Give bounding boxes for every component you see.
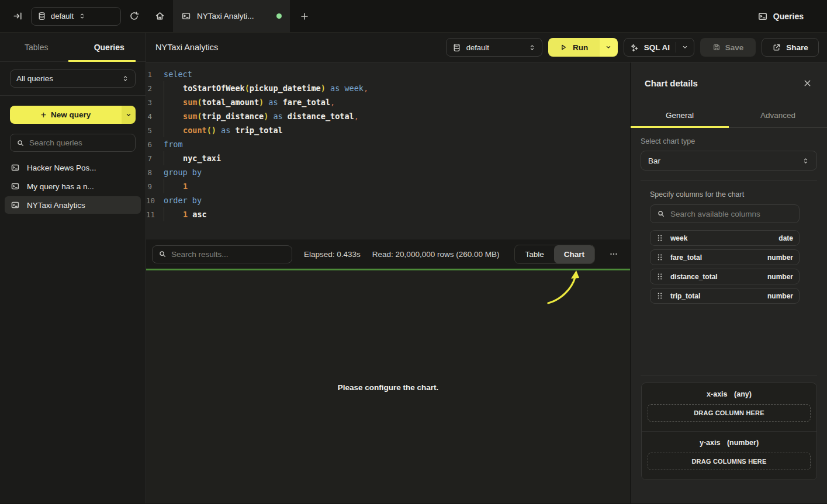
share-label: Share [786, 43, 808, 52]
collapse-sidebar-icon[interactable] [13, 11, 23, 21]
unsaved-changes-dot [276, 13, 282, 19]
column-type: number [767, 292, 793, 300]
sidebar-query-item[interactable]: My query has a n... [5, 178, 141, 195]
view-toggle-chart[interactable]: Chart [554, 245, 594, 263]
chevron-updown-icon [122, 75, 129, 82]
columns-search-input[interactable] [670, 210, 793, 218]
sql-ai-button[interactable]: SQL AI [639, 43, 676, 52]
line-number: 2 [146, 84, 159, 93]
query-search[interactable] [10, 134, 136, 152]
tab-nytaxi-analytics[interactable]: NYTaxi Analyti... [173, 0, 290, 32]
refresh-icon[interactable] [129, 11, 139, 21]
column-row[interactable]: trip_totalnumber [650, 288, 800, 304]
results-search-input[interactable] [171, 250, 286, 259]
sql-editor[interactable]: 1select2toStartOfWeek(pickup_datetime) a… [146, 62, 630, 239]
sidebar-tabs: Tables Queries [0, 33, 146, 62]
view-toggle-table[interactable]: Table [515, 245, 553, 263]
close-panel-button[interactable] [799, 75, 815, 91]
code-line[interactable]: 4sum(trip_distance) as distance_total, [146, 109, 630, 123]
column-list: weekdatefare_totalnumberdistance_totalnu… [650, 230, 800, 304]
column-type: number [767, 253, 793, 262]
code-text: group by [164, 165, 202, 179]
tab-queries[interactable]: Queries [73, 33, 146, 61]
rows-read-stat: Read: 20,000,000 rows (260.00 MB) [372, 250, 500, 259]
code-line[interactable]: 111 asc [146, 207, 630, 221]
elapsed-time: Elapsed: 0.433s [304, 250, 361, 259]
sidebar: Tables Queries All queries + New query [0, 33, 146, 503]
chevron-updown-icon [528, 44, 536, 51]
search-icon [158, 250, 167, 258]
code-line[interactable]: 91 [146, 179, 630, 193]
code-line[interactable]: 8group by [146, 165, 630, 179]
drag-handle-icon [656, 253, 663, 261]
database-selector[interactable]: default [446, 38, 542, 57]
code-line[interactable]: 7nyc_taxi [146, 151, 630, 165]
x-axis-dropzone[interactable]: DRAG COLUMN HERE [648, 404, 811, 422]
new-query-main[interactable]: + New query [10, 106, 122, 124]
column-row[interactable]: weekdate [650, 230, 800, 246]
code-line[interactable]: 5count() as trip_total [146, 123, 630, 137]
chevron-down-icon [125, 112, 132, 119]
axis-box: x-axis (any) DRAG COLUMN HERE y-axis (nu… [641, 383, 817, 480]
new-tab-button[interactable] [290, 0, 319, 32]
database-selector[interactable]: default [31, 7, 121, 26]
tab-general[interactable]: General [631, 103, 729, 127]
tab-tables[interactable]: Tables [0, 33, 73, 61]
save-button[interactable]: Save [700, 38, 756, 57]
column-row[interactable]: fare_totalnumber [650, 249, 800, 265]
x-axis-label: x-axis [707, 390, 727, 398]
columns-label: Specify columns for the chart [650, 190, 800, 199]
query-icon [11, 182, 20, 191]
run-options-dropdown[interactable] [600, 38, 618, 57]
view-toggle: Table Chart [514, 245, 595, 264]
code-line[interactable]: 3sum(total_amount) as fare_total, [146, 95, 630, 109]
sidebar-query-item[interactable]: NYTaxi Analytics [5, 196, 141, 214]
query-filter-select[interactable]: All queries [10, 69, 136, 88]
share-icon [772, 43, 781, 52]
y-axis-constraint: (number) [727, 439, 759, 447]
new-query-button[interactable]: + New query [10, 106, 136, 124]
queries-menu-button[interactable]: Queries [757, 0, 827, 32]
columns-search[interactable] [650, 204, 800, 223]
y-axis-title: y-axis (number) [648, 439, 811, 447]
chart-type-label: Select chart type [641, 137, 817, 145]
line-number: 11 [146, 210, 159, 219]
query-search-input[interactable] [29, 138, 129, 147]
main-area: NYTaxi Analytics default Run [146, 33, 827, 503]
sidebar-query-item[interactable]: Hacker News Pos... [5, 159, 141, 176]
line-number: 4 [146, 112, 159, 121]
share-button[interactable]: Share [762, 38, 819, 57]
run-button[interactable]: Run [548, 38, 600, 57]
chevron-down-icon [681, 44, 688, 51]
line-number: 10 [146, 196, 159, 205]
sparkles-icon [630, 43, 639, 52]
chart-type-select[interactable]: Bar [641, 151, 817, 171]
chevron-updown-icon [78, 12, 86, 20]
new-query-dropdown[interactable] [122, 106, 136, 124]
divider [641, 376, 817, 376]
plus-icon: + [41, 110, 46, 120]
line-number: 7 [146, 154, 159, 163]
code-line[interactable]: 6from [146, 137, 630, 151]
chart-details-panel: Chart details General Advanced Select ch… [630, 62, 827, 503]
home-button[interactable] [146, 0, 173, 32]
results-search[interactable] [152, 245, 292, 263]
code-text: count() as trip_total [164, 123, 283, 137]
topbar-left: default [0, 0, 146, 32]
divider [641, 180, 817, 181]
code-line[interactable]: 10order by [146, 193, 630, 207]
chart-panel-body: Select chart type Bar Specify columns fo… [631, 128, 827, 503]
y-axis-label: y-axis [700, 439, 720, 447]
more-options-button[interactable] [607, 249, 621, 259]
active-tab-underline [631, 126, 729, 128]
database-icon [37, 12, 46, 20]
tab-advanced[interactable]: Advanced [729, 103, 827, 127]
y-axis-dropzone[interactable]: DRAG COLUMNS HERE [648, 453, 811, 470]
search-icon [657, 210, 665, 218]
column-row[interactable]: distance_totalnumber [650, 269, 800, 284]
queries-menu-label: Queries [773, 12, 804, 21]
code-line[interactable]: 1select [146, 67, 630, 81]
x-axis-title: x-axis (any) [648, 390, 811, 398]
sql-ai-dropdown[interactable] [676, 44, 694, 51]
code-line[interactable]: 2toStartOfWeek(pickup_datetime) as week, [146, 81, 630, 95]
